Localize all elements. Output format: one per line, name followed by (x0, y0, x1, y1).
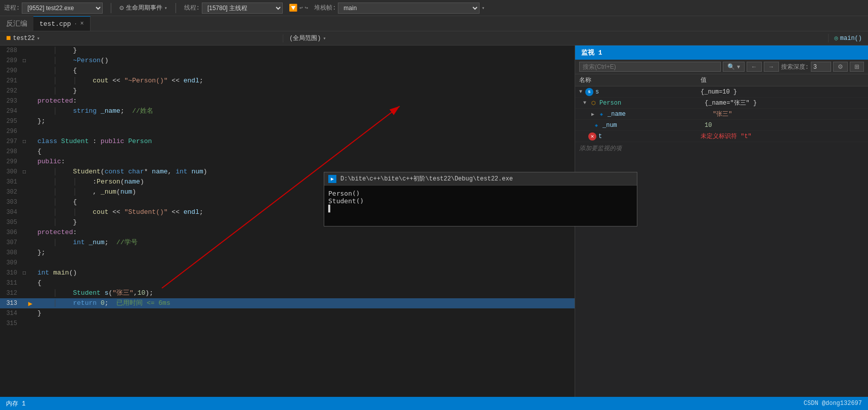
watch-expand-btn[interactable]: ⊞ (850, 62, 864, 72)
linenum-314: 314 (0, 310, 21, 317)
context-method-text: main() (840, 35, 862, 42)
linenum-296: 296 (0, 128, 21, 135)
lifecycle-label[interactable]: 生命周期事件 (126, 4, 162, 12)
thread-label: 线程: (184, 4, 200, 12)
watch-nav-right-btn[interactable]: → (764, 62, 779, 72)
collapse-289[interactable]: □ (21, 58, 27, 64)
context-method[interactable]: ◎ main() (829, 34, 868, 42)
watch-nav-left-btn[interactable]: ← (747, 62, 762, 72)
watch-row-num-field[interactable]: ◈ _num 10 (575, 120, 868, 131)
watch-label-num: _num (602, 122, 617, 129)
process-label: 进程: (4, 4, 20, 12)
status-branding: CSDN @dong132697 (804, 400, 862, 407)
watch-add-row[interactable]: 添加要监视的项 (575, 142, 868, 155)
watch-header: 监视 1 (575, 45, 868, 60)
linenum-307: 307 (0, 239, 21, 246)
console-line-2: Student() (328, 197, 633, 205)
filter-icon[interactable]: 🔽 (289, 4, 297, 12)
watch-label-t: t (598, 133, 602, 140)
watch-expand-s[interactable]: ▼ (579, 89, 582, 95)
watch-label-name: _name (607, 111, 626, 118)
sep1 (111, 3, 111, 13)
linenum-301: 301 (0, 178, 21, 186)
watch-col-headers: 名称 值 (575, 74, 868, 86)
console-header: ▶ D:\bite\c++\bite\c++初阶\test22\Debug\te… (324, 172, 637, 186)
watch-filter-btn[interactable]: ⚙ (833, 62, 848, 72)
context-arrow: ▾ (37, 35, 40, 41)
linenum-310: 310 (0, 269, 21, 277)
process-select[interactable]: [9552] test22.exe (22, 3, 103, 14)
tab-test-cpp[interactable]: test.cpp · × (33, 16, 91, 31)
watch-search-input[interactable] (579, 62, 721, 72)
watch-depth-label: 搜索深度: (781, 63, 809, 71)
linenum-303: 303 (0, 199, 21, 206)
tab-bar: 反汇编 test.cpp · × (0, 16, 868, 31)
tab-filename: test.cpp (39, 20, 71, 28)
watch-row-name-field[interactable]: ▶ ◈ _name "张三" (575, 109, 868, 120)
linenum-297: 297 (0, 138, 21, 145)
context-filename: test22 (13, 35, 35, 42)
watch-rows: ▼ s s {_num=10 } ▼ ⬡ Person {_name="张三" … (575, 86, 868, 397)
context-scope[interactable]: (全局范围) ▾ (283, 34, 829, 42)
collapse-297[interactable]: □ (21, 139, 27, 145)
linenum-306: 306 (0, 229, 21, 236)
watch-value-person: {_name="张三" } (705, 99, 864, 107)
watch-row-s[interactable]: ▼ s s {_num=10 } (575, 86, 868, 98)
filter-group: 🔽 ↩ ↪ (289, 4, 308, 12)
watch-icon-name: ◈ (597, 110, 605, 118)
tab-back[interactable]: 反汇编 (0, 16, 33, 31)
linenum-305: 305 (0, 219, 21, 226)
watch-row-t[interactable]: ✕ t 未定义标识符 "t" (575, 131, 868, 142)
linenum-298: 298 (0, 148, 21, 155)
watch-name-name-field: ▶ ◈ _name (591, 110, 713, 118)
console-path: D:\bite\c++\bite\c++初阶\test22\Debug\test… (340, 174, 513, 183)
filter2-icon[interactable]: ↩ (299, 5, 303, 11)
context-bar: ■ test22 ▾ (全局范围) ▾ ◎ main() (0, 31, 868, 45)
linenum-292: 292 (0, 87, 21, 95)
status-right: CSDN @dong132697 (804, 400, 862, 407)
collapse-310[interactable]: □ (21, 270, 27, 276)
watch-col-name: 名称 (579, 76, 701, 84)
watch-row-person[interactable]: ▼ ⬡ Person {_name="张三" } (575, 98, 868, 109)
watch-expand-name[interactable]: ▶ (591, 111, 594, 117)
thread-group: 线程: [15780] 主线程 (184, 3, 283, 14)
collapse-300[interactable]: □ (21, 169, 27, 175)
watch-search-btn[interactable]: 🔍 ▾ (723, 62, 744, 72)
watch-search-bar: 🔍 ▾ ← → 搜索深度: ⚙ ⊞ (575, 60, 868, 74)
lifecycle-icon[interactable]: ⚙ (119, 4, 123, 12)
linenum-309: 309 (0, 259, 21, 266)
console-body: Person() Student() ▌ (324, 186, 637, 226)
filter3-icon[interactable]: ↪ (305, 5, 309, 11)
console-line-3: ▌ (328, 205, 633, 212)
watch-col-value: 值 (701, 76, 864, 84)
watch-name-person: ▼ ⬡ Person (583, 99, 705, 107)
watch-depth-input[interactable] (811, 62, 831, 72)
watch-title: 监视 1 (581, 48, 602, 57)
linenum-299: 299 (0, 158, 21, 165)
watch-add-label: 添加要监视的项 (579, 145, 622, 152)
stack-label: 堆栈帧: (314, 4, 336, 12)
watch-icon-t: ✕ (588, 132, 596, 141)
sep2 (176, 3, 176, 13)
indicator-313: ▶ (27, 299, 33, 308)
linenum-290: 290 (0, 67, 21, 74)
context-scope-text: (全局范围) (289, 34, 321, 42)
watch-name-t: ✕ t (579, 132, 701, 141)
tab-close-btn[interactable]: × (80, 20, 83, 27)
watch-value-t: 未定义标识符 "t" (701, 132, 864, 141)
watch-name-num-field: ◈ _num (583, 121, 705, 129)
thread-select[interactable]: [15780] 主线程 (202, 3, 283, 14)
watch-expand-person[interactable]: ▼ (583, 100, 586, 106)
status-memory: 内存 1 (6, 399, 25, 408)
linenum-304: 304 (0, 209, 21, 216)
watch-value-name: "张三" (713, 110, 864, 118)
watch-value-s: {_num=10 } (701, 88, 864, 96)
watch-icon-person: ⬡ (589, 99, 597, 107)
watch-name-s: ▼ s s (579, 88, 701, 96)
stack-select[interactable]: main (338, 3, 480, 14)
watch-label-s: s (595, 88, 599, 96)
linenum-311: 311 (0, 280, 21, 287)
linenum-312: 312 (0, 290, 21, 297)
context-file[interactable]: ■ test22 ▾ (0, 34, 283, 42)
linenum-302: 302 (0, 189, 21, 196)
